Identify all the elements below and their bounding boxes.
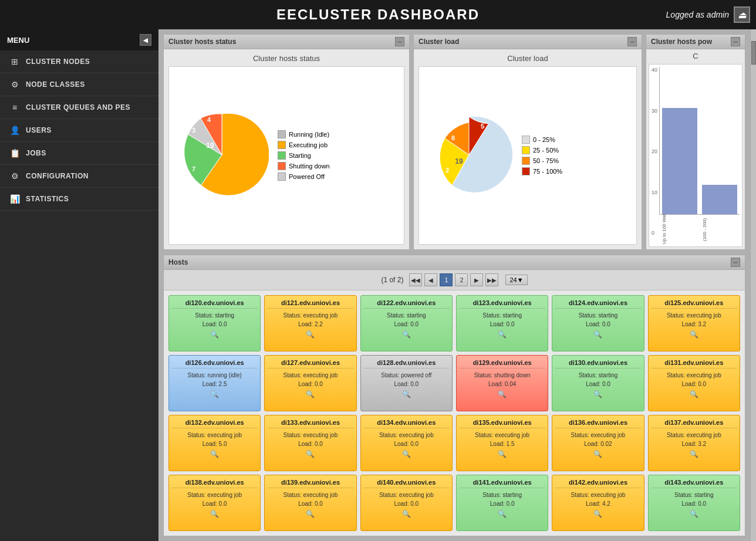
host-name: di143.edv.uniovi.es — [651, 479, 737, 488]
host-name: di126.edv.uniovi.es — [171, 359, 258, 368]
sidebar-item-node-classes[interactable]: ⚙ NODE CLASSES — [0, 73, 158, 96]
user-label: Logged as admin — [666, 10, 729, 19]
host-status: Status: executing job — [571, 432, 626, 438]
host-card-di129.edv.uniovi.es[interactable]: di129.edv.uniovi.es Status: shutting dow… — [456, 355, 548, 411]
host-search-icon[interactable]: 🔍 — [593, 390, 602, 398]
host-card-di124.edv.uniovi.es[interactable]: di124.edv.uniovi.es Status: starting Loa… — [552, 295, 644, 351]
host-card-di140.edv.uniovi.es[interactable]: di140.edv.uniovi.es Status: executing jo… — [360, 475, 453, 531]
page-2-button[interactable]: 2 — [455, 273, 468, 286]
host-card-di127.edv.uniovi.es[interactable]: di127.edv.uniovi.es Status: executing jo… — [264, 355, 356, 411]
host-status: Status: starting — [195, 312, 234, 319]
host-status: Status: shutting down — [474, 372, 531, 378]
host-search-icon[interactable]: 🔍 — [498, 510, 507, 518]
page-size-button[interactable]: 24▼ — [505, 275, 527, 285]
host-search-icon[interactable]: 🔍 — [210, 510, 219, 518]
host-card-di131.edv.uniovi.es[interactable]: di131.edv.uniovi.es Status: executing jo… — [648, 355, 740, 411]
bar-200w — [702, 185, 737, 214]
prev-page-button[interactable]: ◀ — [424, 273, 437, 286]
host-card-di141.edv.uniovi.es[interactable]: di141.edv.uniovi.es Status: starting Loa… — [456, 475, 548, 531]
panel-hosts-status-minimize[interactable]: ─ — [395, 37, 404, 46]
host-search-icon[interactable]: 🔍 — [498, 450, 507, 458]
host-name: di133.edv.uniovi.es — [267, 419, 353, 428]
host-card-di134.edv.uniovi.es[interactable]: di134.edv.uniovi.es Status: executing jo… — [360, 415, 453, 471]
host-card-di132.edv.uniovi.es[interactable]: di132.edv.uniovi.es Status: executing jo… — [168, 415, 261, 471]
page-1-button[interactable]: 1 — [440, 273, 453, 286]
host-card-di123.edv.uniovi.es[interactable]: di123.edv.uniovi.es Status: starting Loa… — [456, 295, 548, 351]
vertical-scrollbar[interactable] — [750, 29, 756, 541]
host-card-di142.edv.uniovi.es[interactable]: di142.edv.uniovi.es Status: executing jo… — [552, 475, 644, 531]
panel-cluster-load-minimize[interactable]: ─ — [627, 37, 637, 46]
host-card-di128.edv.uniovi.es[interactable]: di128.edv.uniovi.es Status: powered off … — [360, 355, 453, 411]
host-search-icon[interactable]: 🔍 — [690, 330, 698, 339]
panel-hosts-status-content: Cluster hosts status — [164, 49, 409, 249]
host-search-icon[interactable]: 🔍 — [402, 390, 411, 398]
host-card-di122.edv.uniovi.es[interactable]: di122.edv.uniovi.es Status: starting Loa… — [360, 295, 453, 351]
host-card-di135.edv.uniovi.es[interactable]: di135.edv.uniovi.es Status: executing jo… — [456, 415, 548, 471]
host-load: Load: 3.2 — [681, 441, 706, 447]
sidebar-toggle[interactable]: ◀ — [140, 34, 151, 46]
legend-load-75-100: 75 - 100% — [522, 167, 562, 175]
legend-load-50-75: 50 - 75% — [522, 157, 562, 165]
panel-cluster-load-header: Cluster load ─ — [414, 35, 642, 49]
host-load: Load: 0.0 — [586, 381, 610, 387]
host-card-di139.edv.uniovi.es[interactable]: di139.edv.uniovi.es Status: executing jo… — [264, 475, 356, 531]
host-card-di143.edv.uniovi.es[interactable]: di143.edv.uniovi.es Status: starting Loa… — [648, 475, 740, 531]
host-card-di133.edv.uniovi.es[interactable]: di133.edv.uniovi.es Status: executing jo… — [264, 415, 356, 471]
host-search-icon[interactable]: 🔍 — [593, 330, 602, 339]
scrollbar-thumb[interactable] — [751, 41, 756, 65]
page-size-select: 24▼ — [505, 275, 527, 285]
panel-cluster-load-title: Cluster load — [419, 38, 459, 46]
hosts-status-pie-container: 19 7 3 4 Running (Idle) — [168, 66, 404, 245]
host-card-di136.edv.uniovi.es[interactable]: di136.edv.uniovi.es Status: executing jo… — [552, 415, 644, 471]
first-page-button[interactable]: ◀◀ — [409, 273, 422, 286]
legend-item-powered-off: Powered Off — [278, 173, 330, 181]
panel-hosts-power-minimize[interactable]: ─ — [731, 37, 740, 46]
host-load: Load: 0.0 — [394, 501, 419, 507]
hosts-power-chart-title: C — [693, 52, 698, 60]
host-search-icon[interactable]: 🔍 — [593, 450, 602, 458]
host-search-icon[interactable]: 🔍 — [690, 450, 698, 458]
host-search-icon[interactable]: 🔍 — [690, 390, 698, 398]
legend-item-shutting: Shutting down — [278, 162, 330, 170]
host-search-icon[interactable]: 🔍 — [402, 450, 411, 458]
next-page-button[interactable]: ▶ — [470, 273, 483, 286]
bar-label-100w: Up to 100 Watts — [662, 215, 697, 244]
logout-button[interactable]: ⏏ — [734, 6, 750, 23]
sidebar-icon-cluster-nodes: ⊞ — [9, 56, 20, 67]
host-name: di139.edv.uniovi.es — [267, 479, 353, 488]
host-search-icon[interactable]: 🔍 — [690, 510, 698, 518]
host-card-di120.edv.uniovi.es[interactable]: di120.edv.uniovi.es Status: starting Loa… — [168, 295, 261, 351]
sidebar-item-cluster-queues[interactable]: ≡ CLUSTER QUEUES AND PES — [0, 96, 158, 119]
host-search-icon[interactable]: 🔍 — [210, 330, 219, 339]
host-search-icon[interactable]: 🔍 — [593, 510, 602, 518]
host-card-di137.edv.uniovi.es[interactable]: di137.edv.uniovi.es Status: executing jo… — [648, 415, 740, 471]
panel-hosts-status-header: Cluster hosts status ─ — [164, 35, 409, 49]
host-search-icon[interactable]: 🔍 — [498, 330, 507, 339]
host-card-di121.edv.uniovi.es[interactable]: di121.edv.uniovi.es Status: executing jo… — [264, 295, 356, 351]
host-search-icon[interactable]: 🔍 — [306, 330, 315, 339]
host-search-icon[interactable]: 🔍 — [306, 390, 315, 398]
host-card-di126.edv.uniovi.es[interactable]: di126.edv.uniovi.es Status: running (idl… — [168, 355, 261, 411]
host-search-icon[interactable]: 🔍 — [210, 390, 219, 398]
host-name: di130.edv.uniovi.es — [555, 359, 641, 368]
sidebar-item-users[interactable]: 👤 USERS — [0, 119, 158, 142]
host-search-icon[interactable]: 🔍 — [498, 390, 507, 398]
host-card-di138.edv.uniovi.es[interactable]: di138.edv.uniovi.es Status: executing jo… — [168, 475, 261, 531]
sidebar-item-jobs[interactable]: 📋 JOBS — [0, 142, 158, 165]
host-search-icon[interactable]: 🔍 — [402, 510, 411, 518]
legend-item-starting: Starting — [278, 151, 330, 160]
host-card-di125.edv.uniovi.es[interactable]: di125.edv.uniovi.es Status: executing jo… — [648, 295, 740, 351]
host-search-icon[interactable]: 🔍 — [210, 450, 219, 458]
sidebar-item-statistics[interactable]: 📊 STATISTICS — [0, 188, 158, 211]
host-search-icon[interactable]: 🔍 — [306, 510, 315, 518]
host-card-di130.edv.uniovi.es[interactable]: di130.edv.uniovi.es Status: starting Loa… — [552, 355, 644, 411]
cluster-load-legend: 0 - 25% 25 - 50% 50 - 75% — [522, 136, 562, 175]
host-search-icon[interactable]: 🔍 — [402, 330, 411, 339]
host-load: Load: 0.0 — [203, 501, 227, 507]
hosts-grid: di120.edv.uniovi.es Status: starting Loa… — [164, 290, 745, 536]
sidebar-item-cluster-nodes[interactable]: ⊞ CLUSTER NODES — [0, 50, 158, 73]
sidebar-item-configuration[interactable]: ⚙ CONFIGURATION — [0, 165, 158, 188]
hosts-panel-minimize[interactable]: ─ — [731, 258, 740, 267]
last-page-button[interactable]: ▶▶ — [485, 273, 498, 286]
host-search-icon[interactable]: 🔍 — [306, 450, 315, 458]
